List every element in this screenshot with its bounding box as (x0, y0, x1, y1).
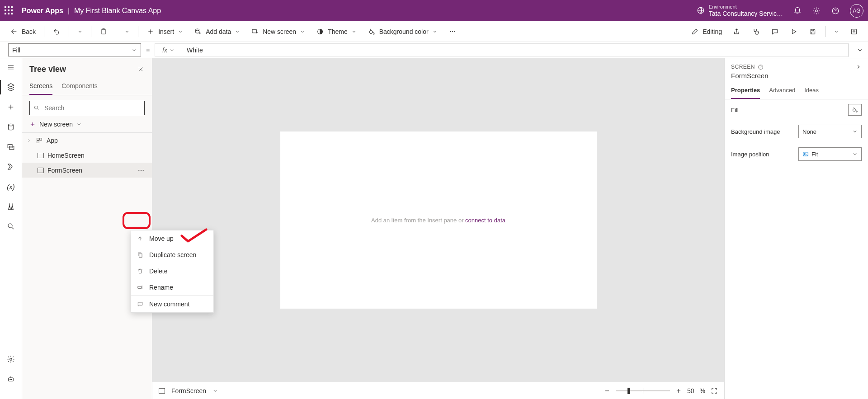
tree-search[interactable] (29, 101, 145, 115)
variables-rail-icon[interactable]: (x) (6, 182, 15, 191)
theme-button[interactable]: Theme (311, 25, 361, 38)
tree-view-icon[interactable] (6, 83, 15, 92)
undo-button[interactable] (48, 25, 65, 38)
bg-image-select[interactable]: None (798, 125, 862, 138)
tab-screens[interactable]: Screens (29, 80, 52, 95)
tab-components[interactable]: Components (61, 80, 97, 95)
property-selector[interactable]: Fill (8, 43, 141, 56)
arrow-up-icon (137, 235, 144, 242)
prop-row-bg-image: Background image None (725, 120, 868, 143)
overflow-button[interactable] (444, 25, 461, 38)
help-icon[interactable] (758, 64, 764, 70)
add-data-button[interactable]: Add data (189, 25, 245, 38)
power-automate-rail-icon[interactable] (6, 162, 15, 171)
zoom-in-button[interactable] (675, 388, 682, 394)
tab-properties[interactable]: Properties (731, 83, 760, 99)
zoom-out-button[interactable] (604, 388, 610, 394)
chevron-down-icon (432, 29, 438, 34)
settings-rail-icon[interactable] (6, 355, 15, 364)
new-screen-button[interactable]: New screen (246, 25, 310, 38)
close-panel-button[interactable] (137, 66, 145, 73)
separator (138, 26, 138, 37)
more-icon (137, 167, 145, 174)
fit-to-screen-button[interactable] (711, 387, 718, 394)
undo-dropdown[interactable] (73, 26, 87, 37)
save-dropdown[interactable] (829, 26, 844, 37)
app-checker-button[interactable] (747, 25, 764, 38)
help-icon[interactable] (831, 6, 840, 15)
comments-button[interactable] (766, 25, 783, 38)
notifications-icon[interactable] (793, 6, 802, 15)
ctx-move-up[interactable]: Move up (131, 230, 213, 247)
ask-virtual-agent-icon[interactable] (6, 375, 15, 384)
hamburger-icon[interactable] (6, 63, 15, 72)
bg-color-label: Background color (379, 28, 429, 35)
ctx-duplicate[interactable]: Duplicate screen (131, 247, 213, 263)
data-rail-icon[interactable] (6, 122, 15, 131)
tree-item-app[interactable]: App (22, 133, 152, 148)
ctx-delete[interactable]: Delete (131, 263, 213, 279)
paste-dropdown[interactable] (120, 26, 134, 37)
chevron-right-icon[interactable] (855, 64, 862, 70)
app-header: Power Apps | My First Blank Canvas App E… (0, 0, 868, 21)
image-position-select[interactable]: Fit (798, 147, 862, 161)
fx-label[interactable]: fx (155, 43, 182, 57)
share-button[interactable] (728, 25, 745, 38)
chevron-down-icon[interactable] (212, 388, 218, 394)
chevron-right-icon[interactable] (26, 138, 32, 143)
share-icon (733, 28, 741, 36)
more-icon (448, 28, 457, 36)
property-name: Fill (12, 47, 20, 54)
design-canvas[interactable]: Add an item from the Insert pane or conn… (280, 131, 597, 309)
bg-color-button[interactable]: Background color (363, 25, 442, 38)
new-screen-label: New screen (263, 28, 296, 35)
insert-button[interactable]: Insert (142, 25, 188, 38)
editing-mode-button[interactable]: Editing (686, 25, 726, 38)
media-rail-icon[interactable] (6, 142, 15, 151)
zoom-slider[interactable] (616, 390, 670, 391)
tree-title: Tree view (29, 65, 66, 74)
publish-button[interactable] (845, 25, 863, 38)
fill-color-picker[interactable] (848, 104, 862, 116)
zoom-value: 50 (687, 387, 694, 394)
main-area: (x) Tree view Screens Components New scr… (0, 58, 868, 399)
tree-search-input[interactable] (43, 104, 141, 112)
tab-ideas[interactable]: Ideas (804, 83, 819, 99)
svg-point-5 (196, 29, 199, 31)
environment-name: Tata Consultancy Servic… (709, 10, 783, 17)
preview-button[interactable] (785, 25, 802, 38)
theme-icon (316, 28, 324, 36)
formula-value: White (187, 47, 203, 54)
tree-item-more-button[interactable] (136, 165, 146, 176)
formula-expand-button[interactable] (852, 42, 868, 58)
app-launcher-icon[interactable] (5, 6, 14, 15)
svg-point-19 (10, 358, 12, 361)
image-icon (802, 151, 809, 157)
hint-or: or (457, 217, 465, 224)
svg-point-29 (143, 169, 144, 170)
ctx-new-comment[interactable]: New comment (131, 296, 213, 312)
search-rail-icon[interactable] (6, 222, 15, 231)
canvas-hint: Add an item from the Insert pane or conn… (371, 217, 505, 224)
svg-point-18 (8, 224, 12, 228)
save-button[interactable] (804, 25, 821, 38)
separator (91, 26, 91, 37)
tree-new-screen-button[interactable]: New screen (22, 118, 152, 132)
tab-advanced[interactable]: Advanced (769, 83, 795, 99)
formula-input[interactable]: White (182, 43, 849, 57)
connect-to-data-link[interactable]: connect to data (465, 217, 505, 224)
tree-item-homescreen[interactable]: HomeScreen (22, 148, 152, 163)
ctx-rename[interactable]: Rename (131, 279, 213, 296)
user-avatar[interactable]: AG (850, 4, 863, 18)
tree-item-formscreen[interactable]: FormScreen (22, 163, 152, 178)
environment-picker[interactable]: Environment Tata Consultancy Servic… (696, 4, 783, 17)
tools-rail-icon[interactable] (6, 202, 15, 211)
back-button[interactable]: Back (5, 25, 40, 38)
paste-button[interactable] (95, 25, 112, 38)
left-rail: (x) (0, 58, 22, 399)
insert-rail-icon[interactable] (6, 103, 15, 112)
separator (116, 26, 116, 37)
settings-icon[interactable] (812, 6, 821, 15)
canvas-area: Add an item from the Insert pane or conn… (152, 58, 724, 399)
comment-icon (137, 300, 144, 308)
